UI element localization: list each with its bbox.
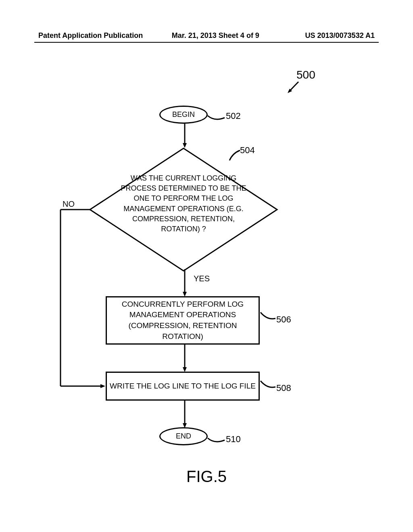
arrow-508-to-end-icon bbox=[183, 401, 191, 430]
no-branch-path-icon bbox=[58, 208, 111, 391]
header-divider bbox=[34, 42, 379, 43]
page-header: Patent Application Publication Mar. 21, … bbox=[0, 31, 413, 40]
reference-510-connector-icon bbox=[206, 436, 227, 446]
decision-text: WAS THE CURRENT LOGGING PROCESS DETERMIN… bbox=[115, 173, 252, 234]
process-508-text: WRITE THE LOG LINE TO THE LOG FILE bbox=[110, 381, 256, 392]
reference-510: 510 bbox=[226, 434, 241, 445]
reference-506: 506 bbox=[276, 314, 291, 325]
arrow-506-to-508-icon bbox=[183, 345, 191, 374]
process-506-box: CONCURRENTLY PERFORM LOG MANAGEMENT OPER… bbox=[106, 296, 260, 345]
begin-terminal: BEGIN bbox=[159, 106, 208, 124]
header-sheet-info: Mar. 21, 2013 Sheet 4 of 9 bbox=[172, 31, 305, 40]
reference-504-connector-icon bbox=[229, 149, 243, 163]
begin-label: BEGIN bbox=[172, 110, 195, 119]
process-508-box: WRITE THE LOG LINE TO THE LOG FILE bbox=[106, 372, 260, 401]
reference-500-arrow-icon bbox=[286, 80, 302, 96]
end-terminal: END bbox=[159, 427, 208, 445]
reference-502-connector-icon bbox=[206, 114, 227, 124]
end-label: END bbox=[176, 432, 191, 441]
reference-508-connector-icon bbox=[259, 379, 277, 391]
svg-marker-11 bbox=[100, 384, 105, 388]
reference-502: 502 bbox=[226, 111, 241, 121]
figure-label: FIG.5 bbox=[0, 468, 413, 486]
process-506-text: CONCURRENTLY PERFORM LOG MANAGEMENT OPER… bbox=[110, 299, 255, 342]
header-patent-number: US 2013/0073532 A1 bbox=[305, 31, 375, 40]
reference-508: 508 bbox=[276, 383, 291, 393]
header-publication: Patent Application Publication bbox=[38, 31, 172, 40]
reference-506-connector-icon bbox=[259, 310, 277, 322]
arrow-decision-to-506-icon bbox=[183, 269, 191, 298]
yes-branch-label: YES bbox=[194, 274, 210, 283]
arrow-begin-to-decision-icon bbox=[183, 124, 191, 150]
